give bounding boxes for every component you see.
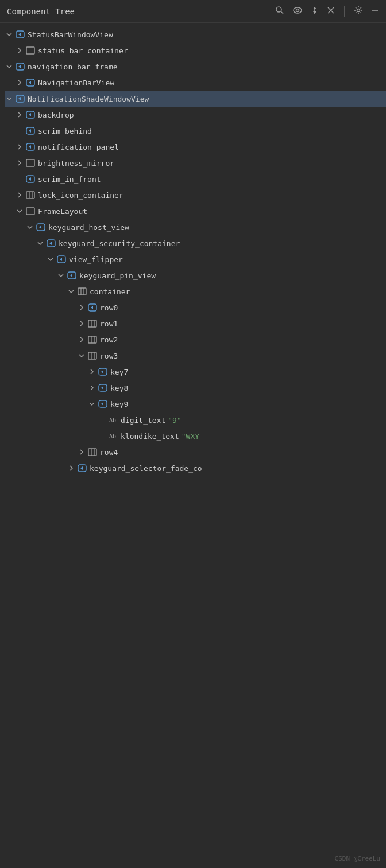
custom-view-icon — [24, 110, 37, 120]
node-label: digit_text — [121, 416, 165, 425]
tree-node-brightness-mirror[interactable]: brightness_mirror — [5, 155, 386, 171]
svg-point-2 — [294, 7, 302, 13]
node-label: row3 — [100, 352, 118, 360]
custom-view-icon — [65, 270, 78, 281]
svg-point-0 — [276, 7, 281, 12]
tree-node-row0[interactable]: row0 — [5, 299, 386, 316]
linear-layout-icon — [86, 318, 99, 329]
custom-view-icon — [96, 367, 109, 377]
toggle-expanded[interactable] — [46, 255, 55, 264]
tree-node-key9[interactable]: key9 — [5, 396, 386, 412]
minimize-icon[interactable] — [371, 6, 379, 17]
tree-node-scrim-in-front[interactable]: scrim_in_front — [5, 171, 386, 187]
toggle-collapsed[interactable] — [15, 190, 24, 200]
custom-view-icon — [24, 142, 37, 152]
tree-node-row4[interactable]: row4 — [5, 444, 386, 460]
close-icon[interactable] — [327, 6, 335, 17]
toggle-expanded[interactable] — [5, 30, 14, 39]
toggle-collapsed[interactable] — [77, 319, 86, 328]
toggle-expanded[interactable] — [5, 94, 14, 103]
tree-node-notification-panel[interactable]: notification_panel — [5, 139, 386, 155]
tree-node-navigation-bar-frame[interactable]: navigation_bar_frame — [5, 59, 386, 75]
toggle-none — [15, 126, 24, 135]
toggle-expanded[interactable] — [25, 223, 34, 232]
custom-view-icon — [96, 383, 109, 393]
tree-node-key8[interactable]: key8 — [5, 380, 386, 396]
toggle-collapsed[interactable] — [77, 335, 86, 344]
tree-node-status-bar-container[interactable]: status_bar_container — [5, 42, 386, 59]
tree-node-scrim-behind[interactable]: scrim_behind — [5, 123, 386, 139]
toggle-expanded[interactable] — [36, 239, 45, 248]
toggle-collapsed[interactable] — [15, 158, 24, 168]
tree-node-container[interactable]: container — [5, 283, 386, 299]
tree-node-row2[interactable]: row2 — [5, 332, 386, 348]
tree-node-keyguard-security-container[interactable]: keyguard_security_container — [5, 235, 386, 251]
tree-node-lock-icon-container[interactable]: lock_icon_container — [5, 187, 386, 203]
toggle-expanded[interactable] — [77, 351, 86, 360]
tree-node-notificationshadewindowview[interactable]: NotificationShadeWindowView — [5, 91, 386, 107]
eye-icon[interactable] — [292, 6, 303, 17]
tree-node-row1[interactable]: row1 — [5, 316, 386, 332]
custom-view-icon — [14, 94, 26, 104]
svg-rect-38 — [88, 352, 96, 359]
toggle-expanded[interactable] — [67, 287, 76, 296]
node-value: "WXY — [182, 432, 199, 441]
text-view-icon: Ab — [107, 431, 119, 441]
svg-rect-28 — [78, 288, 86, 295]
tree-node-digit-text[interactable]: Ab digit_text"9" — [5, 412, 386, 428]
component-tree: StatusBarWindowView status_bar_container… — [0, 23, 386, 480]
node-label: view_flipper — [69, 255, 123, 264]
custom-view-icon — [86, 302, 99, 313]
linear-layout-icon — [24, 190, 37, 200]
toggle-collapsed[interactable] — [87, 383, 96, 392]
tree-node-keyguard-selector-fade-co[interactable]: keyguard_selector_fade_co — [5, 460, 386, 476]
custom-view-icon — [14, 29, 26, 40]
node-label: klondike_text — [121, 432, 179, 441]
svg-rect-11 — [26, 47, 34, 54]
toggle-expanded[interactable] — [56, 271, 65, 280]
tree-node-klondike-text[interactable]: Ab klondike_text"WXY — [5, 428, 386, 444]
toggle-collapsed[interactable] — [77, 303, 86, 312]
toggle-expanded[interactable] — [15, 207, 24, 216]
tree-node-view-flipper[interactable]: view_flipper — [5, 251, 386, 267]
toggle-collapsed[interactable] — [77, 447, 86, 457]
node-label: NavigationBarView — [38, 79, 114, 87]
arrows-updown-icon[interactable] — [311, 6, 319, 17]
linear-layout-icon — [86, 351, 99, 361]
tree-node-keyguard-host-view[interactable]: keyguard_host_view — [5, 219, 386, 235]
node-label: scrim_in_front — [38, 175, 101, 184]
toggle-collapsed[interactable] — [15, 142, 24, 151]
toggle-expanded[interactable] — [5, 62, 14, 71]
tree-node-key7[interactable]: key7 — [5, 364, 386, 380]
tree-node-navigationbarview[interactable]: NavigationBarView — [5, 75, 386, 91]
node-label: keyguard_security_container — [59, 239, 180, 248]
tree-node-framelayout[interactable]: FrameLayout — [5, 203, 386, 219]
custom-view-icon — [24, 126, 37, 136]
svg-line-1 — [281, 11, 283, 14]
toggle-collapsed[interactable] — [15, 78, 24, 87]
node-label: brightness_mirror — [38, 159, 114, 168]
tree-node-row3[interactable]: row3 — [5, 348, 386, 364]
node-label: keyguard_pin_view — [79, 271, 156, 280]
node-label: key7 — [110, 368, 128, 376]
toggle-collapsed[interactable] — [15, 46, 24, 55]
panel-title: Component Tree — [7, 7, 75, 16]
toggle-collapsed[interactable] — [87, 367, 96, 376]
search-icon[interactable] — [275, 6, 284, 17]
text-view-icon: Ab — [107, 415, 119, 425]
header: Component Tree — [0, 0, 386, 23]
tree-node-keyguard-pin-view[interactable]: keyguard_pin_view — [5, 267, 386, 283]
toggle-collapsed[interactable] — [67, 464, 76, 473]
toggle-collapsed[interactable] — [15, 110, 24, 119]
node-label: notification_panel — [38, 143, 119, 151]
svg-point-8 — [357, 9, 360, 11]
custom-view-icon — [24, 77, 37, 88]
svg-rect-46 — [88, 449, 96, 456]
tree-node-statusbarwindowview[interactable]: StatusBarWindowView — [5, 26, 386, 42]
tree-node-backdrop[interactable]: backdrop — [5, 107, 386, 123]
linear-layout-icon — [86, 334, 99, 345]
svg-rect-23 — [26, 208, 34, 215]
node-label: lock_icon_container — [38, 191, 123, 200]
toggle-expanded[interactable] — [87, 399, 96, 408]
gear-icon[interactable] — [354, 6, 363, 17]
